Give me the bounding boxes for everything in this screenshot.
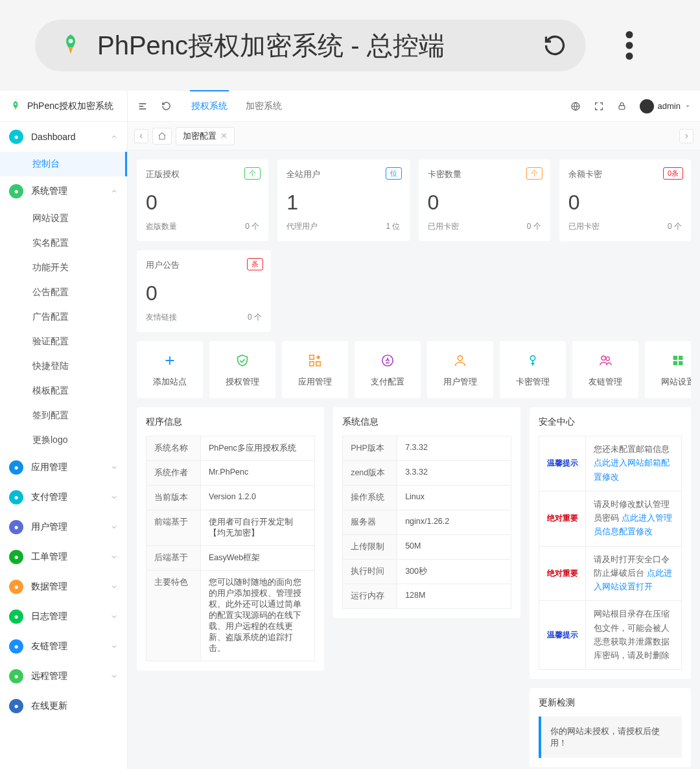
- row-key: 运行内存: [343, 584, 397, 609]
- sidebar-child[interactable]: 控制台: [0, 152, 127, 176]
- stat-sub-value: 1 位: [386, 221, 400, 232]
- sidebar-child[interactable]: 功能开关: [0, 255, 127, 280]
- sidebar-label: 日志管理: [31, 611, 102, 622]
- tab-auth-system[interactable]: 授权系统: [190, 90, 229, 121]
- quick-action[interactable]: 网站设置: [645, 341, 691, 398]
- sidebar-label: 友链管理: [31, 641, 102, 652]
- sidebar-item-9[interactable]: ●远程管理: [0, 661, 127, 691]
- security-text: 请及时修改默认管理员密码 点此进入管理员信息配置修改: [586, 491, 681, 546]
- table-row: 系统名称PhPenc多应用授权系统: [146, 436, 315, 461]
- table-row: zend版本3.3.32: [343, 461, 511, 486]
- table-row: 操作系统Linux: [343, 486, 511, 510]
- breadcrumb-prev-icon[interactable]: [134, 129, 148, 143]
- quick-label: 友链管理: [576, 376, 635, 388]
- table-row: 运行内存128M: [343, 584, 511, 609]
- security-link[interactable]: 点此进入管理员信息配置修改: [594, 514, 671, 536]
- stat-sub-label: 盗版数量: [146, 221, 177, 232]
- sidebar-icon: ●: [9, 130, 23, 144]
- row-key: 服务器: [343, 510, 397, 535]
- row-key: 系统作者: [146, 461, 201, 486]
- sidebar-child[interactable]: 验证配置: [0, 329, 127, 354]
- user-menu[interactable]: admin: [640, 99, 691, 113]
- stat-sub-value: 0 个: [527, 221, 541, 232]
- quick-action[interactable]: 用户管理: [427, 341, 493, 398]
- breadcrumb-tab-label: 加密配置: [183, 130, 216, 142]
- tab-encrypt-system[interactable]: 加密系统: [244, 91, 283, 121]
- svg-point-14: [606, 357, 610, 361]
- stat-badge: 个: [244, 167, 261, 180]
- breadcrumb-home-icon[interactable]: [152, 128, 172, 145]
- stat-sub-label: 已用卡密: [568, 221, 600, 232]
- stat-card: 余额卡密0条0已用卡密0 个: [559, 160, 691, 241]
- row-value: 3.3.32: [397, 461, 511, 486]
- breadcrumb-next-icon[interactable]: [679, 129, 694, 143]
- row-value: 使用者可自行开发定制【均无加密】: [201, 510, 315, 546]
- collapse-sidebar-icon[interactable]: [137, 101, 148, 112]
- sidebar-child[interactable]: 模板配置: [0, 379, 127, 403]
- sidebar-item-7[interactable]: ●日志管理: [0, 602, 127, 632]
- security-text: 网站根目录存在压缩包文件，可能会被人恶意获取并泄露数据库密码，请及时删除: [586, 601, 681, 669]
- sidebar-child[interactable]: 更换logo: [0, 428, 127, 453]
- sidebar-child[interactable]: 签到配置: [0, 403, 127, 428]
- globe-icon[interactable]: [570, 101, 581, 112]
- svg-point-3: [626, 53, 633, 60]
- svg-rect-8: [310, 362, 314, 366]
- security-link[interactable]: 点此进入网站邮箱配置修改: [594, 458, 670, 481]
- security-link[interactable]: 点此进入网站设置打开: [594, 569, 671, 591]
- sidebar-icon: ●: [9, 460, 23, 475]
- stat-title: 用户公告: [146, 259, 262, 271]
- system-info-panel: 系统信息 PHP版本7.3.32zend版本3.3.32操作系统Linux服务器…: [333, 407, 520, 618]
- sidebar-child[interactable]: 公告配置: [0, 280, 127, 305]
- sidebar-item-8[interactable]: ●友链管理: [0, 632, 127, 661]
- quick-action[interactable]: 卡密管理: [500, 341, 566, 398]
- sidebar-item-2[interactable]: ●应用管理: [0, 453, 127, 482]
- sidebar-item-6[interactable]: ●数据管理: [0, 572, 127, 602]
- browser-menu-icon[interactable]: [625, 31, 634, 60]
- stat-sub-label: 已用卡密: [428, 221, 459, 232]
- sidebar-item-0[interactable]: ●Dashboard: [0, 122, 127, 152]
- quick-action[interactable]: 授权管理: [209, 341, 275, 398]
- sidebar-child[interactable]: 网站设置: [0, 206, 127, 231]
- avatar-icon: [640, 99, 654, 113]
- fullscreen-icon[interactable]: [593, 101, 605, 112]
- quick-action[interactable]: 应用管理: [282, 341, 348, 398]
- close-tab-icon[interactable]: ✕: [220, 131, 228, 141]
- refresh-icon[interactable]: [160, 101, 172, 112]
- sidebar-child[interactable]: 快捷登陆: [0, 354, 127, 379]
- sidebar-item-5[interactable]: ●工单管理: [0, 542, 127, 572]
- sidebar-label: Dashboard: [31, 132, 102, 142]
- quick-action[interactable]: 友链管理: [572, 341, 638, 398]
- breadcrumb-tab[interactable]: 加密配置 ✕: [176, 127, 235, 145]
- lock-icon[interactable]: [616, 101, 628, 112]
- sidebar-item-1[interactable]: ●系统管理: [0, 176, 127, 206]
- table-row: 前端基于使用者可自行开发定制【均无加密】: [146, 510, 315, 546]
- stat-sub-value: 0 个: [668, 221, 682, 232]
- row-value: Linux: [397, 486, 511, 510]
- sidebar-child[interactable]: 广告配置: [0, 305, 127, 329]
- row-key: 操作系统: [343, 486, 397, 510]
- breadcrumb-tabs: 加密配置 ✕: [128, 122, 700, 150]
- quick-label: 支付配置: [358, 376, 417, 388]
- sidebar: PhPenc授权加密系统 ●Dashboard控制台●系统管理网站设置实名配置功…: [0, 91, 128, 769]
- url-bar[interactable]: PhPenc授权加密系统 - 总控端: [35, 19, 586, 71]
- quick-action[interactable]: 支付配置: [355, 341, 421, 398]
- reload-icon[interactable]: [543, 34, 566, 57]
- row-value: EasyWeb框架: [201, 546, 315, 571]
- table-row: 主要特色您可以随时随地的面向您的用户添加授权、管理授权。此外还可以通过简单的配置…: [146, 571, 315, 661]
- sidebar-item-4[interactable]: ●用户管理: [0, 512, 127, 542]
- sidebar-item-3[interactable]: ●支付管理: [0, 482, 127, 512]
- stat-card: 正版授权个0盗版数量0 个: [137, 160, 268, 241]
- table-row: 执行时间300秒: [343, 560, 511, 584]
- table-row: 后端基于EasyWeb框架: [146, 546, 315, 571]
- browser-chrome: PhPenc授权加密系统 - 总控端: [0, 0, 700, 91]
- sidebar-label: 系统管理: [31, 185, 102, 197]
- sidebar-child[interactable]: 实名配置: [0, 231, 127, 255]
- row-value: 50M: [397, 535, 511, 560]
- sidebar-logo[interactable]: PhPenc授权加密系统: [0, 91, 127, 122]
- security-row: 绝对重要请及时打开安全口令防止爆破后台 点此进入网站设置打开: [539, 546, 682, 601]
- sidebar-item-10[interactable]: ●在线更新: [0, 691, 127, 721]
- quick-action[interactable]: 添加站点: [137, 341, 203, 398]
- stat-badge: 位: [386, 167, 402, 180]
- sidebar-label: 用户管理: [31, 521, 102, 533]
- stat-badge: 个: [526, 167, 542, 180]
